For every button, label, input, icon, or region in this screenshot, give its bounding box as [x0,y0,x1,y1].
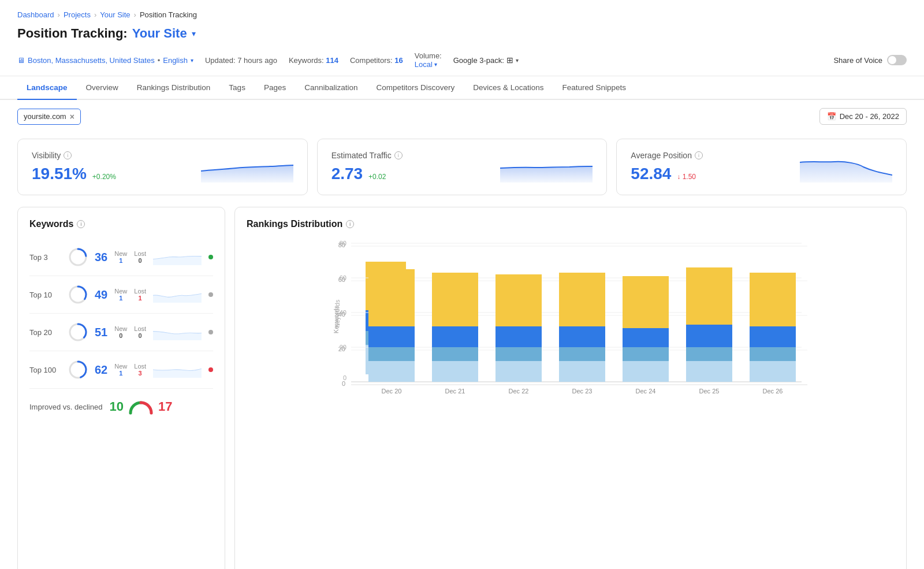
tab-rankings-distribution[interactable]: Rankings Distribution [128,76,220,100]
info-bar: 🖥 Boston, Massachusetts, United States •… [0,48,924,76]
svg-rect-31 [368,347,415,361]
keywords-card-title: Keywords i [29,219,213,229]
breadcrumb-projects[interactable]: Projects [64,10,91,19]
volume-dropdown[interactable]: Local ▾ [415,60,442,69]
svg-rect-46 [623,361,669,382]
kw-new-top3: New 1 [114,250,127,264]
sparkline-top3 [153,246,202,269]
keywords-info-icon[interactable]: i [77,220,85,228]
svg-rect-56 [750,326,796,347]
traffic-left: Estimated Traffic i 2.73 +0.02 [331,151,403,183]
position-info-icon[interactable]: i [695,151,703,159]
tab-overview[interactable]: Overview [77,76,128,100]
site-name-link[interactable]: Your Site [132,26,187,41]
keyword-row-top10: Top 10 49 New 1 Lost 1 [29,276,213,314]
competitors-count[interactable]: 16 [394,56,403,65]
active-filter[interactable]: yoursite.com × [17,109,81,125]
kw-dot-top20 [208,330,213,334]
tab-competitors-discovery[interactable]: Competitors Discovery [367,76,464,100]
svg-text:Dec 26: Dec 26 [763,388,783,395]
kw-lost-top10: Lost 1 [134,288,146,302]
svg-rect-50 [686,361,732,382]
google-pack-info: Google 3-pack: ⊞ ▾ [453,55,519,65]
main-content: Visibility i 19.51% +0.20% [0,133,924,569]
kw-stats-top3: New 1 Lost 0 [114,250,146,264]
monitor-icon: 🖥 [17,56,25,65]
sparkline-top20 [153,321,202,344]
kw-lost-top20: Lost 0 [134,325,146,339]
tab-devices-locations[interactable]: Devices & Locations [464,76,553,100]
position-change: ↓ 1.50 [677,173,696,181]
traffic-info-icon[interactable]: i [394,151,403,159]
svg-rect-33 [368,269,415,326]
svg-text:0: 0 [343,374,346,381]
kw-circle-top10 [68,285,88,304]
gauge-icon [128,398,154,415]
kw-value-top3: 36 [95,251,107,264]
svg-rect-36 [432,326,478,347]
svg-rect-43 [559,347,605,361]
sov-toggle-switch[interactable] [887,55,907,65]
svg-rect-52 [686,325,732,347]
nav-tabs: Landscape Overview Rankings Distribution… [0,76,924,100]
filter-remove-button[interactable]: × [70,112,74,121]
filter-bar: yoursite.com × 📅 Dec 20 - 26, 2022 [0,100,924,133]
volume-chevron: ▾ [434,61,437,68]
traffic-change: +0.02 [368,173,386,181]
svg-rect-32 [368,326,415,347]
page-title-row: Position Tracking: Your Site ▾ [0,24,924,48]
position-title: Average Position i [631,151,703,160]
breadcrumb-current: Position Tracking [140,10,197,19]
kw-value-top10: 49 [95,288,107,302]
kw-stats-top10: New 1 Lost 1 [114,288,146,302]
kw-circle-top100 [68,360,88,380]
tab-tags[interactable]: Tags [219,76,255,100]
site-dropdown-arrow[interactable]: ▾ [192,29,196,38]
date-range-picker[interactable]: 📅 Dec 20 - 26, 2022 [819,108,907,125]
breadcrumb-site[interactable]: Your Site [100,10,130,19]
rankings-chart-area: 80 60 40 20 0 Keywords [247,239,895,569]
bottom-row: Keywords i Top 3 36 New 1 [17,207,907,569]
svg-rect-40 [495,326,542,347]
updated-text: Updated: 7 hours ago [205,56,277,65]
rankings-info-icon[interactable]: i [346,220,354,228]
svg-rect-41 [495,274,542,326]
tab-landscape[interactable]: Landscape [17,76,77,100]
svg-text:Dec 22: Dec 22 [509,388,529,395]
svg-text:Dec 24: Dec 24 [636,388,656,395]
svg-rect-57 [750,273,796,326]
tab-pages[interactable]: Pages [255,76,295,100]
google-pack-chevron[interactable]: ▾ [516,57,519,64]
bar-chart-svg: 80 60 40 20 0 Keywords [247,239,895,418]
competitors-info: Competitors: 16 [350,56,403,65]
separator-dot: • [158,56,161,65]
keywords-card: Keywords i Top 3 36 New 1 [17,207,225,569]
visibility-chart [201,151,293,183]
breadcrumb: Dashboard › Projects › Your Site › Posit… [0,0,924,24]
visibility-card: Visibility i 19.51% +0.20% [17,139,308,195]
svg-text:60: 60 [340,274,346,281]
svg-text:Keywords: Keywords [334,299,341,328]
kw-new-top20: New 0 [114,325,127,339]
sparkline-top100 [153,358,202,381]
sparkline-top10 [153,283,202,306]
keywords-count[interactable]: 114 [326,56,338,65]
visibility-value-row: 19.51% +0.20% [32,165,116,183]
kw-circle-top3 [68,247,88,267]
tab-featured-snippets[interactable]: Featured Snippets [553,76,635,100]
traffic-title: Estimated Traffic i [331,151,403,160]
breadcrumb-dashboard[interactable]: Dashboard [17,10,54,19]
improved-value: 10 [109,399,123,414]
position-chart [800,151,892,183]
visibility-info-icon[interactable]: i [64,151,72,159]
location-selector[interactable]: 🖥 Boston, Massachusetts, United States •… [17,56,193,65]
metrics-row: Visibility i 19.51% +0.20% [17,139,907,195]
svg-rect-34 [432,361,478,382]
tab-cannibalization[interactable]: Cannibalization [295,76,367,100]
rankings-distribution-card: Rankings Distribution i 80 60 40 20 0 Ke… [234,207,907,569]
svg-rect-47 [623,347,669,361]
svg-rect-42 [559,361,605,382]
filter-value: yoursite.com [24,112,66,121]
kw-dot-top100 [208,367,213,372]
rankings-card-title: Rankings Distribution i [247,219,895,229]
